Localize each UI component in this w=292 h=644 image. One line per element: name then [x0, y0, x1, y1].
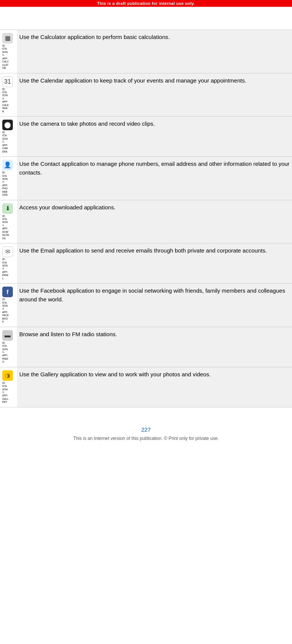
icon-cell: 👤ID: ICN- SON Y- APP- PHO NEB OOK [0, 157, 17, 200]
draft-banner: This is a draft publication for internal… [0, 0, 292, 7]
app-description: Use the Calendar application to keep tra… [17, 73, 292, 117]
app-description: Browse and listen to FM radio stations. [17, 327, 292, 367]
app-icon: 👤 [2, 160, 13, 170]
table-row: ▬ID: ICN- SON Y- APP- RADI OBrowse and l… [0, 327, 292, 367]
app-description: Use the Gallery application to view and … [17, 367, 292, 407]
icon-id-label: ID: ICN- SON Y- APP- CALE NDA R [2, 88, 9, 114]
icon-cell: 31ID: ICN- SON Y- APP- CALE NDA R [0, 73, 17, 117]
icon-id-label: ID: ICN- SON Y- APP- CALC ULAT OR [2, 44, 9, 70]
icon-id-label: ID: ICN- SON Y- APP- DOW NLOA DS [2, 215, 9, 240]
app-icon: ▦ [2, 33, 13, 44]
app-description: Use the Email application to send and re… [17, 243, 292, 284]
icon-id-label: ID: ICN- SON Y- APP- RADI O [2, 341, 8, 364]
icon-cell: ▬ID: ICN- SON Y- APP- RADI O [0, 327, 17, 367]
footer-text: This is an Internet version of this publ… [0, 436, 292, 449]
app-description: Access your downloaded applications. [17, 200, 292, 243]
icon-id-label: ID: ICN- SON Y- APP- CAM ERA [2, 131, 8, 153]
table-row: ⬤ID: ICN- SON Y- APP- CAM ERAUse the cam… [0, 117, 292, 157]
app-icon: ▬ [2, 330, 13, 341]
app-description: Use the Facebook application to engage i… [17, 284, 292, 327]
table-row: ◑ID: ICN- SON Y- APP- GALL ERYUse the Ga… [0, 367, 292, 407]
icon-id-label: ID: ICN- SON Y- APP- PHO NEB OOK [2, 171, 8, 197]
table-row: 👤ID: ICN- SON Y- APP- PHO NEB OOKUse the… [0, 157, 292, 200]
icon-cell: ⬇ID: ICN- SON Y- APP- DOW NLOA DS [0, 200, 17, 243]
app-icon: ◑ [2, 370, 13, 381]
app-icon: ⬤ [2, 120, 13, 130]
table-row: 31ID: ICN- SON Y- APP- CALE NDA RUse the… [0, 73, 292, 117]
app-icon: 31 [2, 76, 13, 87]
icon-id-label: ID: ICN- SON Y- APP- GALL ERY [2, 382, 9, 404]
icon-cell: ✉ID: ICN- SON Y- APP- EMAI L [0, 243, 17, 284]
icon-cell: ⬤ID: ICN- SON Y- APP- CAM ERA [0, 117, 17, 157]
icon-cell: ▦ID: ICN- SON Y- APP- CALC ULAT OR [0, 30, 17, 73]
app-icon: ✉ [2, 246, 13, 257]
table-row: ▦ID: ICN- SON Y- APP- CALC ULAT ORUse th… [0, 30, 292, 73]
icon-id-label: ID: ICN- SON Y- APP- FACE BOO K [2, 298, 9, 324]
table-row: ✉ID: ICN- SON Y- APP- EMAI LUse the Emai… [0, 243, 292, 284]
app-icon: f [2, 287, 13, 297]
app-description: Use the Calculator application to perfor… [17, 30, 292, 73]
icon-id-label: ID: ICN- SON Y- APP- EMAI L [2, 258, 8, 280]
app-icon: ⬇ [2, 203, 13, 214]
page-number: 227 [0, 426, 292, 433]
app-description: Use the camera to take photos and record… [17, 117, 292, 157]
app-description: Use the Contact application to manage ph… [17, 157, 292, 200]
table-row: fID: ICN- SON Y- APP- FACE BOO KUse the … [0, 284, 292, 327]
icon-cell: fID: ICN- SON Y- APP- FACE BOO K [0, 284, 17, 327]
icon-cell: ◑ID: ICN- SON Y- APP- GALL ERY [0, 367, 17, 407]
app-entries-table: ▦ID: ICN- SON Y- APP- CALC ULAT ORUse th… [0, 30, 292, 407]
table-row: ⬇ID: ICN- SON Y- APP- DOW NLOA DSAccess … [0, 200, 292, 243]
